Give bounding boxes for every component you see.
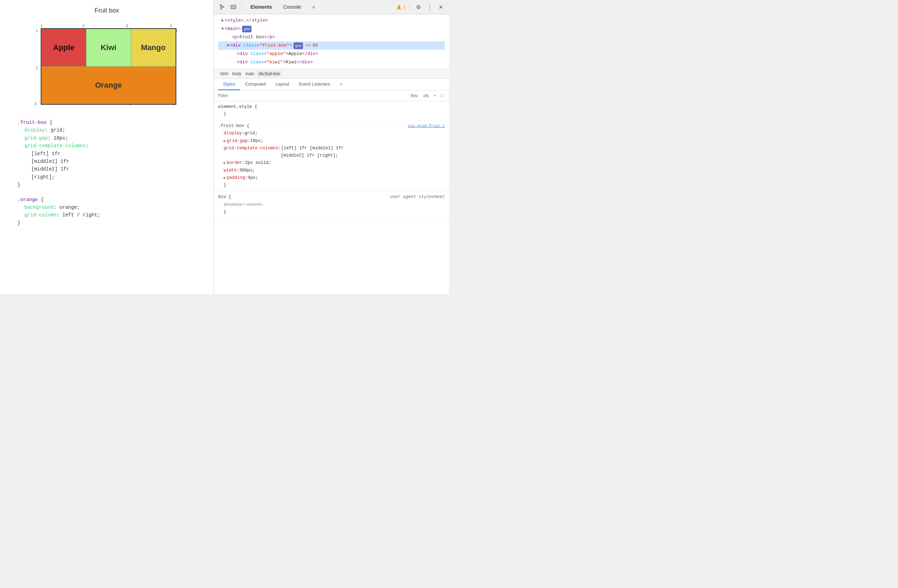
cls-button[interactable]: .cls xyxy=(421,92,430,99)
toolbar-divider xyxy=(242,3,242,11)
fruit-box-tree-item[interactable]: ▼ <div class="fruit-box"> grid == $0 xyxy=(218,42,445,50)
svg-rect-0 xyxy=(231,5,236,9)
col-num-2: 2 xyxy=(82,24,85,28)
row-num-2: 2 xyxy=(36,66,38,70)
orange-selector: .orange xyxy=(17,197,38,203)
filter-controls: :hov .cls + □ xyxy=(408,92,445,99)
styles-tabs: Styles Computed Layout Event Listeners » xyxy=(214,79,449,91)
display-block-property: display: block; xyxy=(218,201,445,208)
collapse-icon: ▼ xyxy=(221,26,224,32)
dollar-zero: $0 xyxy=(312,42,318,49)
orange-rule: .orange { background: orange; grid-colum… xyxy=(17,196,196,227)
width-property: width: 300px; xyxy=(218,167,445,174)
grid-badge-2: grid xyxy=(294,42,303,49)
p-tree-item[interactable]: <p>Fruit box</p> xyxy=(218,33,445,42)
tab-console[interactable]: Console xyxy=(279,3,305,11)
warning-icon: ⚠️ xyxy=(396,5,402,10)
collapse-icon-2: ▼ xyxy=(227,42,229,49)
div-user-agent-rule: div { user agent stylesheet display: blo… xyxy=(214,191,449,218)
fruit-box-rule: .fruit-box { display: grid; grid-gap: 10… xyxy=(17,119,196,189)
breadcrumb-main[interactable]: main xyxy=(243,71,257,77)
more-options-icon[interactable]: ⋮ xyxy=(425,3,434,11)
padding-triangle[interactable]: ▶ xyxy=(224,175,226,181)
box-icon[interactable]: □ xyxy=(440,92,445,99)
fruit-box-style-header: .fruit-box { css-grid-fruit:1 xyxy=(218,123,445,130)
breadcrumb-html[interactable]: html xyxy=(218,71,230,77)
border-triangle[interactable]: ▶ xyxy=(224,160,226,166)
element-style-selector: element.style { xyxy=(218,103,257,111)
filter-input[interactable] xyxy=(218,93,406,98)
main-tree-item[interactable]: ▼ <main> grid xyxy=(218,25,445,33)
expand-icon: ▶ xyxy=(221,17,224,24)
div-ua-header: div { user agent stylesheet xyxy=(218,194,445,201)
devtools-panel: Elements Console » ⚠️ 1 ⚙ ⋮ ✕ ▶ <style>…… xyxy=(214,0,449,294)
toolbar-divider-2 xyxy=(410,3,410,11)
tab-more[interactable]: » xyxy=(308,3,319,11)
apple-cell: Apple xyxy=(42,29,86,66)
fruit-box-style-rule: .fruit-box { css-grid-fruit:1 display: g… xyxy=(214,120,449,191)
p-tag: <p>Fruit box</p> xyxy=(232,34,275,41)
style-tag: <style>…</style> xyxy=(224,17,268,25)
display-property: display: grid; xyxy=(218,130,445,137)
row-num-1: 1 xyxy=(36,29,38,33)
apple-tree-item[interactable]: <div class="apple">Apple</div> xyxy=(218,50,445,58)
grid-gap-property: ▶ grid-gap: 10px; xyxy=(218,137,445,145)
row-num-3: 3 xyxy=(34,102,37,106)
col-num-4: 4 xyxy=(170,24,172,28)
close-icon[interactable]: ✕ xyxy=(437,3,445,11)
fruit-box-style-source[interactable]: css-grid-fruit:1 xyxy=(408,123,445,129)
warning-count: 1 xyxy=(403,5,406,10)
style-tree-item[interactable]: ▶ <style>…</style> xyxy=(218,16,445,25)
warning-badge: ⚠️ 1 xyxy=(396,5,406,10)
fruit-box-selector: .fruit-box xyxy=(17,120,47,125)
box-model-icon[interactable] xyxy=(229,3,238,11)
kiwi-div-tag: <div class="kiwi">Kiwi</div> xyxy=(237,58,313,66)
col-num-1: 1 xyxy=(41,24,43,28)
settings-icon[interactable]: ⚙ xyxy=(414,3,423,11)
tab-layout[interactable]: Layout xyxy=(271,79,294,90)
fruit-box-style-selector: .fruit-box { xyxy=(218,123,249,130)
grid-template-cols-continuation: [middle2] 1fr [right]; xyxy=(218,152,445,159)
kiwi-cell: Kiwi xyxy=(86,29,131,66)
element-style-rule: element.style { } xyxy=(214,101,449,121)
apple-div-tag: <div class="apple">Apple</div> xyxy=(237,50,318,58)
border-property: ▶ border: 2px solid; xyxy=(218,159,445,167)
triangle-icon[interactable]: ▶ xyxy=(224,138,226,144)
equals-sign: == xyxy=(306,42,311,49)
svg-rect-1 xyxy=(232,6,235,8)
tab-elements[interactable]: Elements xyxy=(246,3,276,11)
grid-badge: grid xyxy=(242,26,251,32)
fruit-grid: Apple Kiwi Mango Orange xyxy=(41,28,176,105)
kiwi-tree-item[interactable]: <div class="kiwi">Kiwi</div> xyxy=(218,58,445,66)
tab-event-listeners[interactable]: Event Listeners xyxy=(294,79,335,90)
fruit-box-close: } xyxy=(218,182,445,189)
tab-more-styles[interactable]: » xyxy=(335,79,347,90)
cursor-icon[interactable] xyxy=(218,3,226,11)
div-ua-source: user agent stylesheet xyxy=(390,194,445,201)
grid-visualization: 1 2 3 4 1 2 3 -4 -3 -2 -1 -1 Apple Kiwi … xyxy=(34,21,180,108)
col-num-3: 3 xyxy=(126,24,128,28)
page-title: Fruit box xyxy=(95,7,119,14)
breadcrumb-bar: html body main div.fruit-box xyxy=(214,69,449,79)
orange-cell: Orange xyxy=(42,66,175,104)
code-display: .fruit-box { display: grid; grid-gap: 10… xyxy=(11,119,203,234)
devtools-toolbar: Elements Console » ⚠️ 1 ⚙ ⋮ ✕ xyxy=(214,0,449,14)
main-tag: <main> xyxy=(224,25,241,33)
styles-content: element.style { } .fruit-box { css-grid-… xyxy=(214,101,449,294)
breadcrumb-div-fruit-box[interactable]: div.fruit-box xyxy=(257,71,282,77)
left-panel: Fruit box 1 2 3 4 1 2 3 -4 -3 -2 -1 -1 A… xyxy=(0,0,214,294)
div-ua-selector: div { xyxy=(218,194,231,201)
add-style-button[interactable]: + xyxy=(432,92,438,99)
padding-property: ▶ padding: 4px; xyxy=(218,174,445,182)
grid-template-cols-property: grid-template-columns: [left] 1fr [middl… xyxy=(218,145,445,152)
element-style-header: element.style { xyxy=(218,103,445,111)
div-fruit-box-tag: <div class="fruit-box"> xyxy=(230,42,292,49)
element-style-close: } xyxy=(218,111,445,118)
filter-bar: :hov .cls + □ xyxy=(214,91,449,101)
tab-styles[interactable]: Styles xyxy=(218,79,240,90)
div-ua-close: } xyxy=(218,208,445,216)
hov-button[interactable]: :hov xyxy=(408,92,419,99)
mango-cell: Mango xyxy=(131,29,175,66)
tab-computed[interactable]: Computed xyxy=(240,79,271,90)
breadcrumb-body[interactable]: body xyxy=(230,71,243,77)
